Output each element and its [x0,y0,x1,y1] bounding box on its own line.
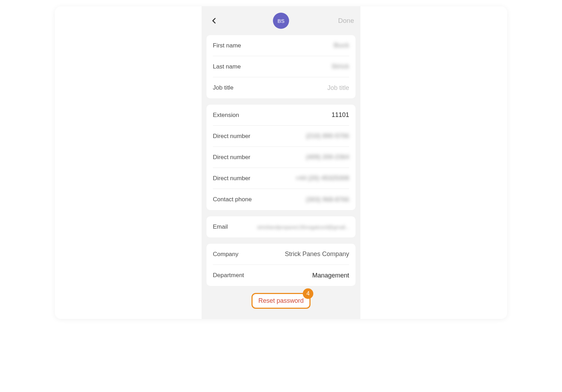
direct-number-1-row[interactable]: Direct number (210) 890-5706 [213,126,349,147]
direct-number-2-row[interactable]: Direct number (409) 200-2364 [213,147,349,168]
content-area: First name Buck Last name Strick Job tit… [202,35,360,319]
direct-number-1-value: (210) 890-5706 [306,132,349,140]
company-value: Strick Panes Company [285,250,349,258]
chevron-left-icon [211,16,218,25]
contact-phone-value: (303) 968-8766 [306,196,349,203]
direct-number-3-row[interactable]: Direct number +44 (20) 45325308 [213,168,349,189]
email-card: Email stricklandpropane135nogatcord@gmai… [207,216,355,237]
first-name-label: First name [213,42,241,49]
extension-row[interactable]: Extension 11101 [213,105,349,126]
direct-number-3-label: Direct number [213,175,250,182]
company-label: Company [213,251,238,258]
header-bar: BS Done [202,6,360,35]
contact-phone-label: Contact phone [213,196,252,203]
last-name-value: Strick [332,63,349,70]
job-title-label: Job title [213,84,234,91]
email-value: stricklandpropane135nogatcord@gmail... [257,224,349,230]
last-name-row[interactable]: Last name Strick [213,56,349,77]
extension-label: Extension [213,112,239,119]
department-label: Department [213,272,244,279]
name-card: First name Buck Last name Strick Job tit… [207,35,355,98]
direct-number-2-label: Direct number [213,154,250,161]
direct-number-2-value: (409) 200-2364 [306,153,349,161]
last-name-label: Last name [213,63,241,70]
company-row[interactable]: Company Strick Panes Company [213,244,349,265]
department-row[interactable]: Department Management [213,265,349,286]
direct-number-1-label: Direct number [213,133,250,140]
direct-number-3-value: +44 (20) 45325308 [295,175,349,182]
avatar[interactable]: BS [273,13,289,29]
contact-phone-row[interactable]: Contact phone (303) 968-8766 [213,189,349,210]
first-name-value: Buck [334,42,349,49]
reset-password-container: Reset password 4 [207,293,355,312]
outer-frame: BS Done First name Buck Last name Strick… [55,6,507,319]
phone-card: Extension 11101 Direct number (210) 890-… [207,105,355,210]
done-label: Done [338,17,354,24]
back-button[interactable] [208,14,221,27]
contact-edit-screen: BS Done First name Buck Last name Strick… [202,6,360,319]
department-value: Management [312,272,349,279]
job-title-placeholder: Job title [327,84,349,92]
step-badge-number: 4 [307,290,310,297]
reset-password-button[interactable]: Reset password [251,293,310,309]
done-button[interactable]: Done [338,17,354,25]
email-row[interactable]: Email stricklandpropane135nogatcord@gmai… [213,216,349,237]
company-card: Company Strick Panes Company Department … [207,244,355,286]
extension-value: 11101 [332,111,349,119]
step-badge: 4 [303,288,313,299]
job-title-row[interactable]: Job title Job title [213,77,349,98]
email-label: Email [213,223,228,230]
reset-password-label: Reset password [258,297,303,304]
avatar-initials: BS [277,18,285,24]
first-name-row[interactable]: First name Buck [213,35,349,56]
